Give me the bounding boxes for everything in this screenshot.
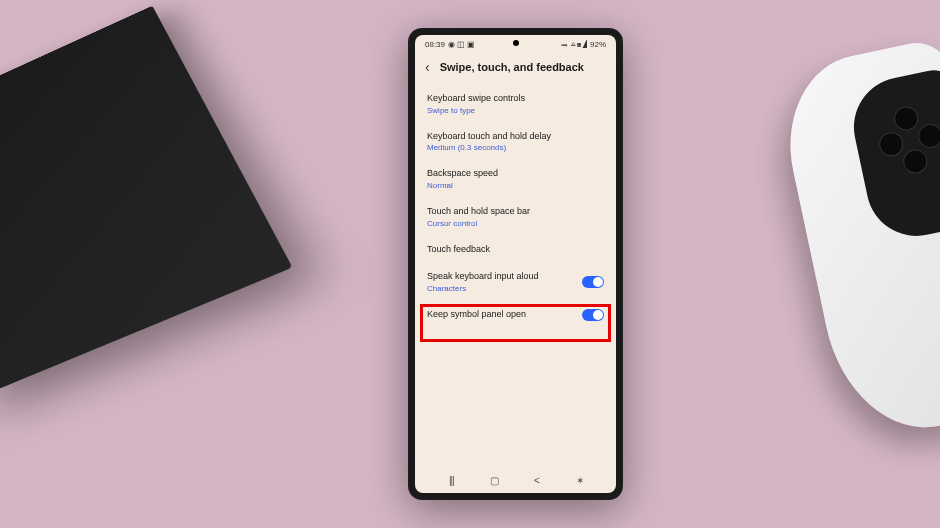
setting-keyboard-swipe-controls[interactable]: Keyboard swipe controls Swipe to type xyxy=(427,85,604,123)
setting-subtitle: Medium (0.3 seconds) xyxy=(427,143,604,152)
toggle-symbol-panel[interactable] xyxy=(582,309,604,321)
setting-touch-hold-spacebar[interactable]: Touch and hold space bar Cursor control xyxy=(427,198,604,236)
setting-subtitle: Normal xyxy=(427,181,604,190)
setting-touch-feedback[interactable]: Touch feedback xyxy=(427,236,604,264)
page-title: Swipe, touch, and feedback xyxy=(440,61,584,73)
toggle-speak-aloud[interactable] xyxy=(582,276,604,288)
setting-touch-hold-delay[interactable]: Keyboard touch and hold delay Medium (0.… xyxy=(427,123,604,161)
camera-hole xyxy=(513,40,519,46)
status-icons-right: ⫬ ◬ ▦ ◢ xyxy=(560,40,587,49)
status-icons-left: ◉ ◫ ▣ xyxy=(448,40,475,49)
setting-subtitle: Characters xyxy=(427,284,539,293)
setting-subtitle: Cursor control xyxy=(427,219,604,228)
setting-title: Touch feedback xyxy=(427,244,604,256)
phone-screen: 08:39 ◉ ◫ ▣ ⫬ ◬ ▦ ◢ 92% ‹ Swipe, touch, … xyxy=(415,35,616,493)
navigation-bar: ||| ▢ < ✶ xyxy=(415,467,616,493)
nav-extra-icon[interactable]: ✶ xyxy=(570,475,590,486)
setting-title: Keyboard touch and hold delay xyxy=(427,131,604,143)
setting-title: Touch and hold space bar xyxy=(427,206,604,218)
status-battery: 92% xyxy=(590,40,606,49)
back-arrow-icon[interactable]: ‹ xyxy=(425,59,430,75)
product-box: Galaxy S24 Ultra xyxy=(0,6,293,397)
settings-list: Keyboard swipe controls Swipe to type Ke… xyxy=(415,85,616,329)
setting-title: Speak keyboard input aloud xyxy=(427,271,539,283)
setting-keep-symbol-panel[interactable]: Keep symbol panel open xyxy=(427,301,604,329)
status-time: 08:39 xyxy=(425,40,445,49)
settings-header: ‹ Swipe, touch, and feedback xyxy=(415,53,616,85)
nav-back-icon[interactable]: < xyxy=(527,475,547,486)
setting-subtitle: Swipe to type xyxy=(427,106,604,115)
setting-title: Keyboard swipe controls xyxy=(427,93,604,105)
setting-backspace-speed[interactable]: Backspace speed Normal xyxy=(427,160,604,198)
setting-speak-keyboard-aloud[interactable]: Speak keyboard input aloud Characters xyxy=(427,263,604,301)
nav-recent-icon[interactable]: ||| xyxy=(441,475,461,486)
nav-home-icon[interactable]: ▢ xyxy=(484,475,504,486)
setting-title: Keep symbol panel open xyxy=(427,309,526,321)
phone-device: 08:39 ◉ ◫ ▣ ⫬ ◬ ▦ ◢ 92% ‹ Swipe, touch, … xyxy=(408,28,623,500)
setting-title: Backspace speed xyxy=(427,168,604,180)
game-controller xyxy=(770,30,940,480)
